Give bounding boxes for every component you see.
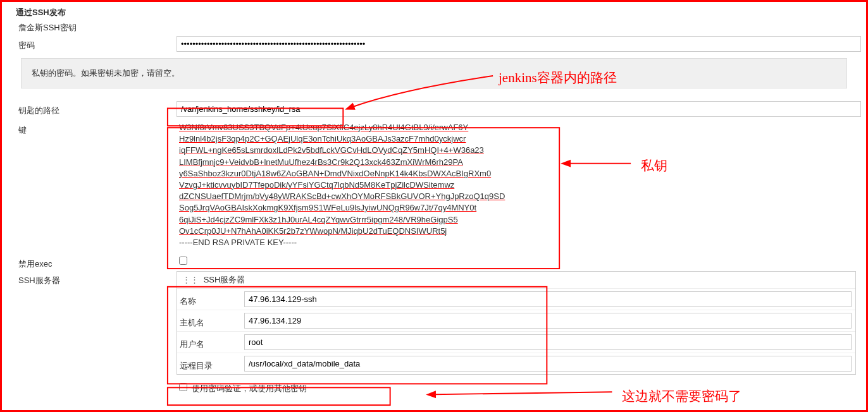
password-input[interactable] <box>177 36 861 52</box>
ssh-server-block: ⋮⋮ SSH服务器 名称 主机名 用户名 远程目录 <box>177 271 856 375</box>
password-help-box: 私钥的密码。如果密钥未加密，请留空。 <box>21 58 847 88</box>
ssh-name-label: 名称 <box>180 292 243 307</box>
key-label: 键 <box>18 121 177 136</box>
keypath-input[interactable] <box>177 101 861 117</box>
ssh-name-input[interactable] <box>244 291 852 307</box>
ssh-user-label: 用户名 <box>180 335 243 350</box>
drag-handle-icon[interactable]: ⋮⋮ <box>182 275 199 284</box>
disable-exec-checkbox[interactable] <box>179 257 187 265</box>
ssh-dir-input[interactable] <box>244 356 852 372</box>
key-textarea[interactable]: W3Nf8rVmv83USS3TBQVdFp+4tUeup7SiXfiC4ejz… <box>177 121 861 250</box>
ssh-host-label: 主机名 <box>180 313 243 329</box>
section-title: 通过SSH发布 <box>2 2 866 21</box>
ssh-user-input[interactable] <box>244 334 852 350</box>
sub-title: 詹金斯SSH密钥 <box>2 21 866 33</box>
keypath-label: 钥匙的路径 <box>18 101 177 116</box>
use-password-auth-row[interactable]: 使用密码验证，或使用其他密钥 <box>177 384 307 393</box>
password-label: 密码 <box>18 36 177 51</box>
ssh-dir-label: 远程目录 <box>180 356 243 372</box>
ssh-servers-label: SSH服务器 <box>18 271 177 286</box>
use-password-auth-label: 使用密码验证，或使用其他密钥 <box>192 384 307 393</box>
ssh-host-input[interactable] <box>244 313 852 329</box>
disable-exec-label: 禁用exec <box>18 255 177 270</box>
ssh-server-header: SSH服务器 <box>204 275 245 284</box>
use-password-auth-checkbox[interactable] <box>179 383 187 391</box>
